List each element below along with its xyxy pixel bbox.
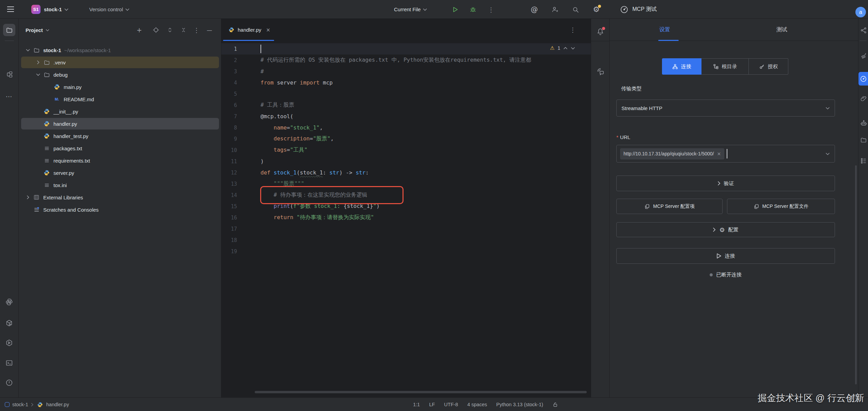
code-line[interactable]: 6# 工具：股票 (221, 100, 591, 111)
sidebar-item-ai-assistant[interactable] (859, 51, 868, 60)
tab-test[interactable]: 测试 (776, 19, 787, 41)
more-actions-icon[interactable]: ⋮ (487, 5, 495, 14)
sidebar-item-config-list[interactable] (859, 156, 868, 165)
code-line[interactable]: 7@mcp.tool( (221, 111, 591, 122)
sidebar-item-robot[interactable] (859, 119, 868, 127)
collapse-all-icon[interactable] (179, 26, 188, 34)
sidebar-item-project[interactable] (3, 24, 15, 36)
tab-settings[interactable]: 设置 (659, 19, 670, 41)
segment-root-directory[interactable]: 根目录 (701, 58, 749, 75)
sidebar-item-python-packages[interactable] (3, 317, 15, 329)
code-line[interactable]: 17 (221, 223, 591, 234)
tree-item-handler-py[interactable]: handler.py (19, 118, 221, 130)
run-configuration-selector[interactable]: Current File (394, 0, 427, 19)
horizontal-scrollbar[interactable] (255, 391, 587, 393)
settings-gear-icon[interactable]: ⚙ (592, 5, 600, 14)
expand-all-icon[interactable] (166, 26, 174, 34)
vertical-scrollbar[interactable] (855, 165, 857, 384)
locate-file-icon[interactable] (152, 26, 160, 34)
chevron-right-icon[interactable] (34, 59, 42, 66)
sidebar-item-python-console[interactable] (3, 296, 15, 308)
code-line[interactable]: 2# 代码运行所需的 OS 安装包放在 packages.txt 中, Pyth… (221, 55, 591, 66)
sidebar-item-problems[interactable] (3, 377, 15, 389)
sidebar-item-share[interactable] (859, 26, 868, 34)
breadcrumb-project[interactable]: stock-1 (12, 402, 28, 407)
code-line[interactable]: 19 (221, 246, 591, 257)
chevron-down-icon[interactable] (24, 46, 32, 54)
code-line[interactable]: 5 (221, 88, 591, 100)
config-button[interactable]: ⚙ 配置 (616, 222, 835, 237)
code-line[interactable]: 1 (221, 43, 591, 55)
code-line[interactable]: 8 name="stock_1", (221, 122, 591, 133)
notifications-button[interactable] (596, 28, 604, 36)
run-button[interactable] (451, 5, 459, 14)
transport-type-select[interactable]: Streamable HTTP (616, 100, 835, 117)
python-interpreter[interactable]: Python 3.13 (stock-1) (496, 402, 543, 407)
hide-tool-window-icon[interactable]: — (205, 26, 214, 34)
segment-connection[interactable]: 连接 (662, 58, 701, 75)
project-selector[interactable]: stock-1 (44, 0, 68, 19)
sidebar-item-files[interactable] (859, 136, 868, 144)
search-icon[interactable] (571, 5, 580, 14)
sidebar-item-terminal[interactable] (3, 357, 15, 369)
options-icon[interactable]: ⋮ (192, 26, 201, 34)
sidebar-item-services[interactable] (3, 337, 15, 349)
close-icon[interactable]: × (266, 27, 270, 33)
code-line[interactable]: 9 description="股票", (221, 133, 591, 144)
connect-button[interactable]: 连接 (616, 248, 835, 264)
mcp-server-config-item-button[interactable]: MCP Server 配置项 (616, 199, 723, 214)
code-line[interactable]: 16 return "待办事项：请替换为实际实现" (221, 212, 591, 223)
tree-item-readme-md[interactable]: M↓README.md (19, 93, 221, 105)
prev-problem-icon[interactable] (563, 47, 568, 50)
verify-button[interactable]: 验证 (616, 176, 835, 191)
add-icon[interactable]: + (135, 26, 143, 34)
ai-swirl-icon[interactable]: @ (530, 5, 538, 14)
sidebar-item-attachments[interactable] (859, 94, 868, 103)
sidebar-item-mcp-test[interactable] (858, 72, 868, 86)
url-combobox[interactable]: http://10.10.17.31/app/qiuqiu/stock-1/50… (616, 145, 835, 163)
main-menu-icon[interactable] (7, 6, 14, 13)
tree-item-server-py[interactable]: server.py (19, 167, 221, 179)
inspection-widget[interactable]: ⚠ 1 (550, 45, 575, 51)
mcp-server-config-file-button[interactable]: MCP Server 配置文件 (727, 199, 835, 214)
tree-item-main-py[interactable]: main.py (19, 81, 221, 93)
debug-button[interactable] (469, 5, 477, 14)
tab-options-icon[interactable]: ⋮ (569, 26, 577, 34)
tree-item-debug[interactable]: debug (19, 68, 221, 81)
url-chip[interactable]: http://10.10.17.31/app/qiuqiu/stock-1/50… (620, 148, 724, 159)
breadcrumb-file[interactable]: handler.py (46, 402, 69, 407)
code-line[interactable]: 12def stock_1(stock_1: str) -> str: (221, 167, 591, 178)
code-editor[interactable]: 12# 代码运行所需的 OS 安装包放在 packages.txt 中, Pyt… (221, 41, 591, 397)
line-separator[interactable]: LF (429, 402, 435, 407)
chevron-down-icon[interactable] (34, 71, 42, 78)
code-line[interactable]: 4from server import mcp (221, 77, 591, 88)
code-line[interactable]: 10 tags="工具" (221, 144, 591, 156)
next-problem-icon[interactable] (571, 47, 575, 50)
tree-item--init-py[interactable]: __init__.py (19, 105, 221, 118)
code-with-me-icon[interactable] (551, 5, 559, 14)
tree-item-scratches-and-consoles[interactable]: Scratches and Consoles (19, 203, 221, 216)
remove-url-icon[interactable]: × (717, 151, 721, 156)
more-tool-windows-icon[interactable]: … (3, 89, 15, 101)
tree-item-stock-1[interactable]: stock-1~/workspace/stock-1 (19, 44, 221, 56)
ai-chat-button[interactable] (596, 67, 605, 76)
vcs-widget[interactable]: Version control (89, 0, 129, 19)
tree-item-external-libraries[interactable]: External Libraries (19, 191, 221, 203)
project-badge[interactable]: S1 (31, 5, 41, 14)
chevron-right-icon[interactable] (24, 194, 32, 201)
unlocked-icon[interactable] (552, 401, 558, 408)
tree-item--venv[interactable]: .venv (19, 56, 221, 68)
code-line[interactable]: 11) (221, 156, 591, 167)
file-encoding[interactable]: UTF-8 (444, 402, 458, 407)
tree-item-handler-test-py[interactable]: handler_test.py (19, 130, 221, 142)
tab-handler-py[interactable]: handler.py × (223, 19, 274, 41)
code-line[interactable]: 3# (221, 66, 591, 77)
segment-authorization[interactable]: 授权 (749, 58, 788, 75)
caret-position[interactable]: 1:1 (413, 402, 420, 407)
code-line[interactable]: 18 (221, 234, 591, 246)
tree-item-tox-ini[interactable]: tox.ini (19, 179, 221, 191)
avatar[interactable]: a (855, 7, 866, 17)
tree-item-packages-txt[interactable]: packages.txt (19, 142, 221, 154)
indent-style[interactable]: 4 spaces (467, 402, 487, 407)
tree-item-requirements-txt[interactable]: requirements.txt (19, 154, 221, 167)
